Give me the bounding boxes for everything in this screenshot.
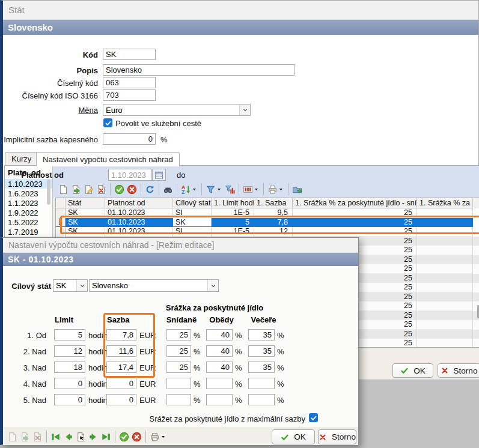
table-cell-stat[interactable]: SK — [66, 208, 105, 218]
table-row[interactable]: SK01.10.2023SI1E-59,525 — [56, 208, 479, 218]
ciselny-kod-iso-field[interactable]: 703 — [103, 89, 156, 101]
platnost-od-date-field[interactable]: 1.10.2023 — [108, 169, 152, 181]
table-cell-stat[interactable]: SK — [66, 227, 105, 237]
nav-first-button[interactable] — [49, 430, 62, 444]
table-cell-srazka2[interactable] — [417, 320, 473, 330]
limit-field[interactable]: 18 — [54, 362, 85, 373]
tab-nastaveni-vypoctu[interactable]: Nastavení vypočtu cestovních náhrad — [36, 152, 180, 166]
snidane-field[interactable] — [166, 378, 191, 389]
export-folder-button[interactable] — [291, 183, 304, 196]
sazba-field[interactable]: 11,6 — [106, 345, 136, 357]
table-cell-srazka[interactable]: 25 — [293, 218, 417, 228]
filter-summary-button[interactable] — [224, 183, 236, 196]
window-titlebar[interactable]: Stát — [3, 1, 478, 20]
limit-field[interactable]: 5 — [54, 329, 85, 341]
cilovy-stat-name-combo[interactable]: Slovensko — [89, 279, 219, 292]
table-cell-srazka2[interactable] — [417, 246, 473, 255]
table-header-cell[interactable]: Stát — [66, 198, 105, 208]
dropdown-caret-button[interactable] — [253, 184, 260, 195]
limit-field[interactable]: 12 — [54, 345, 85, 357]
search-binoculars-button[interactable] — [162, 183, 174, 196]
limit-field[interactable]: 0 — [54, 378, 85, 389]
table-cell-sazba[interactable]: 12 — [254, 227, 293, 237]
table-header-cell[interactable]: 1. Srážka % za poskytnuté jídlo - snídan… — [293, 198, 417, 208]
snidane-field[interactable]: 25 — [166, 362, 191, 373]
table-header-cell[interactable]: 1. Sazba — [254, 198, 293, 208]
kod-field[interactable]: SK — [103, 49, 156, 60]
date-list-item[interactable]: 1.1.2023 — [5, 198, 52, 208]
cilovy-stat-name-dropdown[interactable] — [207, 280, 218, 291]
sazba-field[interactable]: 0 — [106, 378, 136, 389]
nav-last-button[interactable] — [100, 430, 112, 444]
cancel-button[interactable] — [126, 183, 138, 196]
date-list-item[interactable]: 1.9.2022 — [5, 208, 52, 217]
nav-next-button[interactable] — [87, 430, 100, 444]
table-cell-srazka2[interactable] — [417, 330, 473, 339]
table-header-cell[interactable]: 1. Limit hodin — [212, 198, 254, 208]
table-cell-indicator[interactable] — [56, 208, 66, 218]
copy-record-button[interactable] — [70, 183, 82, 196]
table-cell-srazka[interactable]: 25 — [293, 208, 417, 218]
print-button[interactable] — [148, 430, 168, 444]
delete-record-button[interactable] — [95, 183, 108, 196]
ok-button[interactable]: OK — [392, 363, 433, 378]
vecere-field[interactable] — [248, 394, 275, 405]
columns-button[interactable] — [242, 183, 261, 196]
cilovy-stat-code-combo[interactable]: SK — [53, 279, 88, 292]
calendar-button[interactable] — [152, 169, 166, 181]
sort-az-button[interactable]: AZ — [180, 183, 199, 196]
table-header-cell[interactable]: Platnost od — [105, 198, 173, 208]
snidane-field[interactable]: 25 — [166, 345, 191, 357]
table-cell-srazka2[interactable] — [417, 301, 473, 311]
implicitni-sazba-field[interactable]: 0 — [103, 133, 156, 145]
sazba-field[interactable]: 7,8 — [106, 329, 136, 341]
table-cell-srazka2[interactable] — [417, 292, 473, 302]
print-button[interactable] — [266, 183, 285, 196]
nav-detail-button[interactable] — [75, 430, 87, 444]
date-list-scrollbar[interactable] — [47, 180, 50, 205]
date-list-item[interactable]: 1.6.2023 — [5, 189, 52, 198]
filter-button[interactable] — [204, 183, 224, 196]
table-cell-srazka2[interactable] — [417, 227, 473, 237]
snidane-field[interactable]: 25 — [166, 329, 191, 341]
vecere-field[interactable]: 35 — [248, 345, 275, 357]
ciselny-kod-field[interactable]: 063 — [103, 77, 156, 88]
cilovy-stat-code-dropdown[interactable] — [76, 280, 87, 291]
nav-prev-button[interactable] — [62, 430, 75, 444]
table-header-cell[interactable]: 1. Srážka % za pos — [417, 198, 473, 208]
new-document-button[interactable] — [57, 183, 70, 196]
refresh-button[interactable] — [144, 183, 156, 196]
vecere-field[interactable]: 35 — [248, 362, 275, 373]
table-cell-stat[interactable]: SK — [66, 218, 105, 228]
dialog-storno-button[interactable]: Storno — [318, 429, 356, 444]
snidane-field[interactable] — [166, 394, 191, 405]
table-cell-srazka2[interactable] — [417, 274, 473, 283]
dropdown-caret-button[interactable] — [160, 432, 166, 442]
dialog-titlebar[interactable]: Nastavení výpočtu cestovních náhrad - [R… — [3, 238, 358, 253]
obedy-field[interactable] — [206, 394, 233, 405]
sazba-field[interactable]: 0 — [106, 394, 136, 405]
storno-button[interactable]: Storno — [438, 363, 479, 378]
table-cell-limit[interactable]: 5 — [212, 218, 254, 228]
obedy-field[interactable]: 40 — [206, 362, 233, 373]
sazba-field[interactable]: 17,4 — [106, 362, 136, 373]
confirm-button[interactable] — [118, 430, 130, 444]
dialog-ok-button[interactable]: OK — [272, 429, 315, 444]
table-cell-srazka2[interactable] — [417, 311, 473, 321]
date-list-item[interactable]: 1.10.2023 — [5, 179, 52, 189]
dropdown-caret-button[interactable] — [278, 184, 284, 195]
mena-combo[interactable]: Euro — [103, 104, 251, 116]
date-list-item[interactable]: 1.7.2019 — [5, 227, 52, 237]
mena-label[interactable]: Měna — [3, 106, 98, 115]
edit-record-button[interactable] — [82, 183, 95, 196]
table-cell-cilovy[interactable]: SL — [173, 227, 212, 237]
table-header-cell[interactable]: Cílový stat — [173, 198, 212, 208]
table-cell-srazka2[interactable] — [417, 339, 473, 348]
table-cell-sazba[interactable]: 9,5 — [254, 208, 293, 218]
dropdown-caret-button[interactable] — [216, 184, 222, 195]
srazet-checkbox[interactable] — [309, 413, 318, 422]
table-cell-srazka2[interactable] — [417, 255, 473, 265]
table-cell-limit[interactable]: 1E-5 — [212, 227, 254, 237]
table-row[interactable]: SK01.10.2023SL1E-51225 — [56, 227, 479, 237]
vecere-field[interactable]: 35 — [248, 329, 275, 341]
